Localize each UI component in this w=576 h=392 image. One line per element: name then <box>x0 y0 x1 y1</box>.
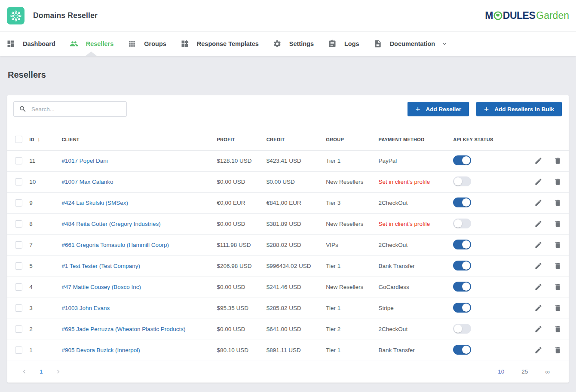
add-reseller-button[interactable]: + Add Reseller <box>407 102 469 116</box>
app-header: www Domains Reseller M DULES Garden <box>0 0 576 32</box>
row-credit: $996434.02 USD <box>267 263 311 269</box>
row-group: VIPs <box>326 242 338 248</box>
edit-icon[interactable] <box>534 241 542 249</box>
client-link[interactable]: #905 Devora Buzick (Innerpol) <box>61 347 140 353</box>
row-payment-method: Bank Transfer <box>379 263 415 269</box>
client-link[interactable]: #1017 Popel Dani <box>61 158 107 164</box>
row-checkbox[interactable] <box>15 220 22 228</box>
delete-icon[interactable] <box>554 304 562 312</box>
delete-icon[interactable] <box>554 241 562 249</box>
row-checkbox[interactable] <box>15 262 22 270</box>
plus-icon: + <box>415 105 420 113</box>
edit-icon[interactable] <box>534 199 542 207</box>
edit-icon[interactable] <box>534 304 542 312</box>
search-input[interactable] <box>13 101 127 117</box>
row-id: 7 <box>29 242 33 248</box>
document-icon <box>374 40 382 48</box>
delete-icon[interactable] <box>554 346 562 354</box>
row-credit: $241.46 USD <box>267 284 301 290</box>
client-link[interactable]: #424 Lai Skulski (SMSex) <box>61 200 128 206</box>
row-checkbox[interactable] <box>15 346 22 354</box>
page-size-10[interactable]: 10 <box>498 368 504 375</box>
row-checkbox[interactable] <box>15 157 22 164</box>
api-key-toggle[interactable] <box>453 198 471 207</box>
api-key-toggle[interactable] <box>453 240 471 249</box>
client-link[interactable]: #484 Reita Gotter (Gregory Industries) <box>61 221 160 227</box>
api-key-toggle[interactable] <box>453 282 471 292</box>
table-body: 11 #1017 Popel Dani $128.10 USD $423.41 … <box>7 150 569 361</box>
api-key-toggle[interactable] <box>453 303 471 313</box>
delete-icon[interactable] <box>554 283 562 291</box>
client-link[interactable]: #695 Jade Perruzza (Wheaton Plastic Prod… <box>61 326 185 332</box>
nav-item-logs[interactable]: Logs <box>328 40 359 48</box>
client-link[interactable]: #47 Mattie Cousey (Bosco Inc) <box>61 284 141 290</box>
nav-item-resellers[interactable]: Resellers <box>70 40 114 48</box>
delete-icon[interactable] <box>554 157 562 165</box>
select-all-checkbox[interactable] <box>15 136 22 143</box>
delete-icon[interactable] <box>554 262 562 270</box>
api-key-toggle[interactable] <box>453 155 471 165</box>
row-profit: €0,00 EUR <box>217 200 245 206</box>
api-key-toggle[interactable] <box>453 219 471 228</box>
api-key-toggle[interactable] <box>453 261 471 270</box>
column-header-profit[interactable]: PROFIT <box>217 129 266 150</box>
nav-label: Logs <box>344 40 359 47</box>
client-link[interactable]: #1003 John Evans <box>61 305 110 311</box>
table-header-row: ID↓ CLIENT PROFIT CREDIT GROUP PAYMENT M… <box>7 129 569 150</box>
table-row: 7 #661 Gregoria Tomasulo (Hammill Coorp)… <box>7 234 569 255</box>
nav-item-dashboard[interactable]: Dashboard <box>6 40 55 48</box>
row-checkbox[interactable] <box>15 241 22 249</box>
edit-icon[interactable] <box>534 157 542 165</box>
row-payment-method: 2CheckOut <box>379 200 408 206</box>
row-payment-method: PayPal <box>379 158 397 164</box>
row-checkbox[interactable] <box>15 283 22 291</box>
row-checkbox[interactable] <box>15 178 22 185</box>
column-header-credit[interactable]: CREDIT <box>267 129 326 150</box>
api-key-toggle[interactable] <box>453 345 471 355</box>
page-size-all[interactable]: ∞ <box>545 368 550 375</box>
delete-icon[interactable] <box>554 178 562 186</box>
column-header-id[interactable]: ID↓ <box>29 129 61 150</box>
edit-icon[interactable] <box>534 178 542 186</box>
table-row: 9 #424 Lai Skulski (SMSex) €0,00 EUR €84… <box>7 192 569 213</box>
client-link[interactable]: #1007 Max Calanko <box>61 179 113 185</box>
people-icon <box>70 40 78 48</box>
toggle-knob <box>462 240 470 249</box>
row-payment-method: 2CheckOut <box>379 326 408 332</box>
edit-icon[interactable] <box>534 346 542 354</box>
row-checkbox[interactable] <box>15 325 22 333</box>
next-page-icon[interactable] <box>55 368 62 375</box>
previous-page-icon[interactable] <box>21 368 28 375</box>
column-header-payment-method[interactable]: PAYMENT METHOD <box>379 129 453 150</box>
nav-item-groups[interactable]: Groups <box>128 40 166 48</box>
client-link[interactable]: #661 Gregoria Tomasulo (Hammill Coorp) <box>61 242 169 248</box>
row-checkbox[interactable] <box>15 304 22 312</box>
modulesgarden-logo: M DULES Garden <box>485 10 569 21</box>
column-header-client[interactable]: CLIENT <box>61 129 217 150</box>
edit-icon[interactable] <box>534 325 542 333</box>
nav-item-settings[interactable]: Settings <box>273 40 314 48</box>
page-size-25[interactable]: 25 <box>521 368 528 375</box>
edit-icon[interactable] <box>534 220 542 228</box>
api-key-toggle[interactable] <box>453 176 471 186</box>
column-header-api-key-status[interactable]: API KEY STATUS <box>453 129 535 150</box>
row-checkbox[interactable] <box>15 199 22 207</box>
add-resellers-in-bulk-button[interactable]: + Add Resellers In Bulk <box>476 102 562 116</box>
delete-icon[interactable] <box>554 220 562 228</box>
sort-desc-icon[interactable]: ↓ <box>37 136 40 143</box>
client-link[interactable]: #1 Test Tester (Test Company) <box>61 263 140 269</box>
table-row: 1 #905 Devora Buzick (Innerpol) $80.10 U… <box>7 340 569 361</box>
toggle-knob <box>454 177 462 185</box>
api-key-toggle[interactable] <box>453 324 471 334</box>
nav-item-response-templates[interactable]: Response Templates <box>181 40 259 48</box>
row-group: Tier 2 <box>326 326 340 332</box>
nav-label: Response Templates <box>197 40 259 47</box>
resellers-card: + Add Reseller + Add Resellers In Bulk <box>7 95 569 383</box>
nav-item-documentation[interactable]: Documentation <box>374 40 456 48</box>
delete-icon[interactable] <box>554 199 562 207</box>
delete-icon[interactable] <box>554 325 562 333</box>
edit-icon[interactable] <box>534 262 542 270</box>
column-header-group[interactable]: GROUP <box>326 129 378 150</box>
edit-icon[interactable] <box>534 283 542 291</box>
page-number[interactable]: 1 <box>40 368 43 375</box>
